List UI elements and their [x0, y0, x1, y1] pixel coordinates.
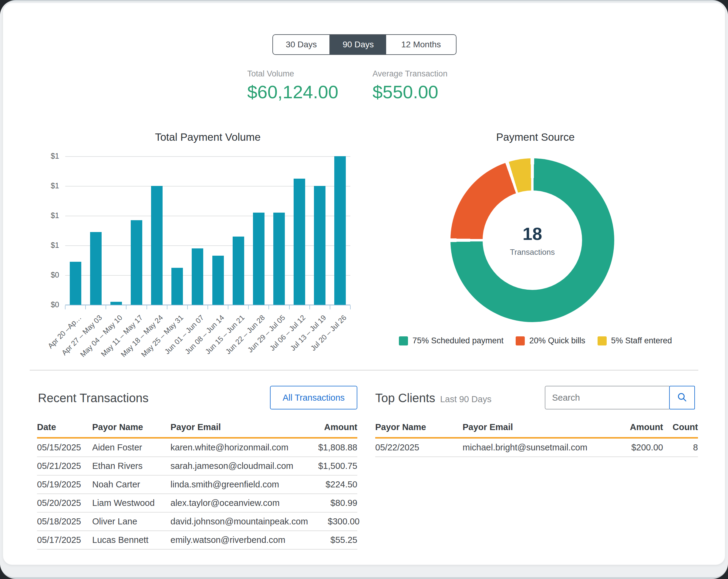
- legend-item-quick-bills: 20% Quick bills: [516, 336, 586, 345]
- cell-payor-name: Liam Westwood: [92, 498, 171, 508]
- volume-bar-jun-08-jun-14: [212, 256, 224, 305]
- search-icon: [676, 392, 688, 403]
- gridline: [65, 216, 350, 216]
- axis-tick: [187, 306, 188, 309]
- table-row[interactable]: 05/22/2025michael.bright@sunsetmail.com$…: [375, 439, 698, 457]
- table-row[interactable]: 05/17/2025Lucas Bennettemily.watson@rive…: [37, 531, 357, 550]
- gridline: [65, 245, 350, 246]
- axis-tick: [147, 306, 147, 309]
- cell-amount: $224.50: [306, 479, 357, 490]
- cell-payor-name: Oliver Lane: [92, 517, 171, 527]
- cell-payor-email: david.johnson@mountainpeak.com: [171, 517, 308, 527]
- donut-legend: 75% Scheduled payment20% Quick bills5% S…: [404, 336, 667, 345]
- legend-item-staff-entered: 5% Staff entered: [598, 336, 672, 345]
- cell-payor-email: linda.smith@greenfield.com: [171, 479, 306, 490]
- top-clients-subtitle: Last 90 Days: [440, 394, 491, 404]
- table-row[interactable]: 05/21/2025Ethan Riverssarah.jameson@clou…: [37, 457, 357, 476]
- cell-count: 8: [663, 443, 698, 452]
- axis-tick: [106, 306, 106, 309]
- header-amount: Amount: [306, 422, 357, 432]
- volume-bar-may-11-may-17: [131, 220, 142, 305]
- recent-table-header: Date Payor Name Payor Email Amount: [37, 422, 357, 439]
- axis-tick: [207, 306, 208, 309]
- table-row[interactable]: 05/20/2025Liam Westwoodalex.taylor@ocean…: [37, 494, 357, 512]
- cell-date: 05/17/2025: [37, 535, 92, 545]
- volume-bar-may-04-may-10: [110, 302, 122, 305]
- gridline: [65, 156, 350, 157]
- search-input[interactable]: [545, 386, 669, 410]
- gridline: [65, 275, 350, 276]
- volume-bar-jul-13-jul-19: [314, 186, 326, 305]
- cell-payor-name: Noah Carter: [92, 479, 171, 490]
- cell-amount: $200.00: [610, 443, 663, 452]
- top-clients-table-header: Payor Name Payor Email Amount Count: [375, 422, 698, 439]
- table-row[interactable]: 05/18/2025Oliver Lanedavid.johnson@mount…: [37, 512, 357, 531]
- x-axis-label: Jul 20 – Jul 26: [309, 313, 348, 352]
- legend-item-scheduled-payment: 75% Scheduled payment: [399, 336, 503, 345]
- donut-center: 18 Transactions: [483, 190, 582, 290]
- all-transactions-button[interactable]: All Transactions: [270, 386, 357, 410]
- y-axis-label: $1: [35, 152, 59, 160]
- top-clients-title-text: Top Clients: [375, 391, 435, 404]
- x-axis-label: Jul 13 – Jul 19: [288, 313, 328, 352]
- axis-tick: [228, 306, 228, 309]
- volume-bar-jul-06-jul-12: [294, 179, 305, 305]
- cell-payor-email: emily.watson@riverbend.com: [171, 535, 306, 545]
- volume-bar-may-18-may-24: [151, 186, 163, 305]
- header-payor-email: Payor Email: [463, 422, 610, 432]
- volume-bar-may-25-may-31: [172, 268, 183, 305]
- axis-tick: [289, 306, 290, 309]
- axis-tick: [248, 306, 249, 309]
- header-amount: Amount: [610, 422, 663, 432]
- cell-payor-name: 05/22/2025: [375, 443, 463, 452]
- cell-payor-email: alex.taylor@oceanview.com: [171, 498, 306, 508]
- top-clients-title: Top ClientsLast 90 Days: [375, 391, 491, 405]
- gridline: [65, 186, 350, 187]
- cell-amount: $1,500.75: [306, 461, 357, 471]
- legend-swatch: [399, 336, 408, 345]
- legend-swatch: [598, 336, 607, 345]
- volume-bar-jun-22-jun-28: [253, 213, 264, 305]
- cell-date: 05/18/2025: [37, 517, 92, 527]
- header-payor-name: Payor Name: [92, 422, 171, 432]
- cell-date: 05/15/2025: [37, 443, 92, 452]
- legend-label: 20% Quick bills: [529, 336, 586, 345]
- header-payor-name: Payor Name: [375, 422, 463, 432]
- axis-tick: [309, 306, 310, 309]
- cell-date: 05/19/2025: [37, 479, 92, 490]
- header-date: Date: [37, 422, 92, 432]
- search-button[interactable]: [669, 386, 695, 410]
- volume-bar-jun-01-jun-07: [192, 248, 203, 305]
- table-row[interactable]: 05/15/2025Aiden Fosterkaren.white@horizo…: [37, 439, 357, 457]
- cell-amount: $300.00: [308, 517, 360, 527]
- cell-payor-name: Lucas Bennett: [92, 535, 171, 545]
- cell-amount: $55.25: [306, 535, 357, 545]
- recent-transactions-title: Recent Transactions: [38, 391, 149, 405]
- cell-payor-email: sarah.jameson@cloudmail.com: [171, 461, 306, 471]
- axis-tick: [167, 306, 167, 309]
- section-divider: [30, 370, 698, 371]
- legend-label: 5% Staff entered: [611, 336, 672, 345]
- donut-chart-title: Payment Source: [416, 131, 655, 143]
- volume-bar-jun-15-jun-21: [233, 237, 244, 305]
- volume-bar-jun-29-jul-05: [273, 213, 285, 305]
- donut-center-value: 18: [523, 223, 542, 244]
- y-axis-label: $1: [35, 241, 59, 249]
- volume-bar-jul-20-jul-26: [334, 156, 346, 305]
- y-axis-label: $0: [35, 270, 59, 279]
- legend-label: 75% Scheduled payment: [413, 336, 503, 345]
- table-row[interactable]: 05/19/2025Noah Carterlinda.smith@greenfi…: [37, 476, 357, 494]
- cell-amount: $1,808.88: [306, 443, 357, 452]
- volume-bar-apr-27-may-03: [90, 232, 102, 305]
- dashboard-page: 30 Days90 Days12 Months Total Volume $60…: [0, 0, 728, 579]
- y-axis-label: $1: [35, 211, 59, 220]
- cell-date: 05/20/2025: [37, 498, 92, 508]
- y-axis-label: $1: [35, 181, 59, 190]
- payment-source-donut: 18 Transactions: [450, 158, 614, 322]
- cell-amount: $80.99: [306, 498, 357, 508]
- cell-payor-email: michael.bright@sunsetmail.com: [463, 443, 610, 452]
- recent-transactions-table: Date Payor Name Payor Email Amount 05/15…: [37, 422, 357, 550]
- cell-date: 05/21/2025: [37, 461, 92, 471]
- axis-tick: [65, 306, 66, 309]
- cell-payor-email: karen.white@horizonmail.com: [171, 443, 306, 452]
